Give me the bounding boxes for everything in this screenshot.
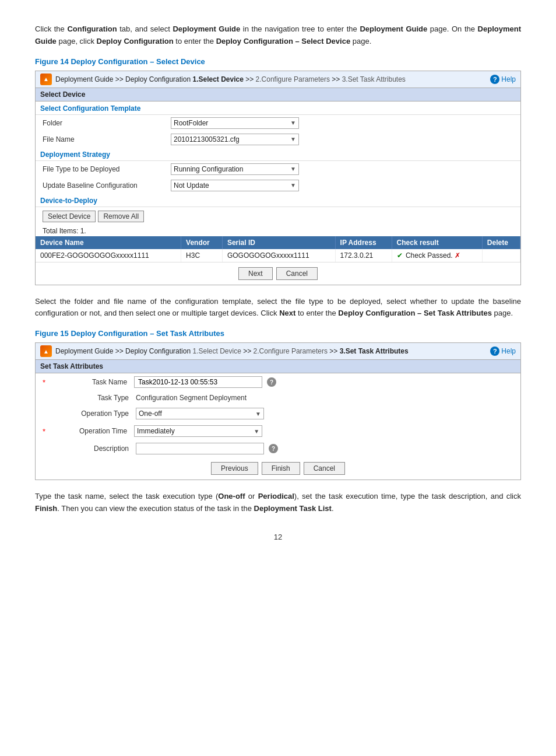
app-logo-icon: ▲ [40, 74, 52, 85]
app-logo-icon2: ▲ [40, 345, 52, 357]
tasktype-row: Task Type Configuration Segment Deployme… [36, 391, 520, 405]
set-task-section: Set Task Attributes [36, 360, 520, 373]
optime-label: Operation Time [50, 427, 132, 435]
required-mark: * [43, 378, 45, 387]
help-icon: ? [490, 75, 499, 84]
device-deploy-section: Device-to-Deploy [36, 194, 520, 207]
periodical-bold: Periodical [258, 492, 294, 501]
next-bold: Next [279, 309, 295, 317]
folder-select[interactable]: RootFolder ▼ [171, 117, 299, 129]
filetype-control: Running Configuration ▼ [171, 163, 299, 175]
checkmark-icon: ✔ [397, 251, 403, 260]
next-button[interactable]: Next [238, 267, 273, 280]
baseline-label: Update Baseline Configuration [43, 181, 171, 190]
config-bold: Configuration [67, 24, 117, 33]
filename-arrow-icon: ▼ [290, 136, 296, 142]
remove-all-button[interactable]: Remove All [98, 211, 144, 222]
table-row: 000FE2-GOGOGOGOGxxxxx1111 H3C GOGOGOGOGx… [36, 249, 520, 262]
cell-check-result: ✔ Check Passed. ✗ [392, 249, 482, 262]
optype-row: Operation Type One-off ▼ [36, 405, 520, 422]
filetype-label: File Type to be Deployed [43, 165, 171, 173]
config-template-section: Select Configuration Template [36, 102, 520, 115]
cell-serial-id: GOGOGOGOGxxxxx1111 [222, 249, 335, 262]
description-help-icon[interactable]: ? [269, 444, 278, 453]
breadcrumb-text2: Deployment Guide >> Deploy Configuration… [55, 347, 409, 355]
col-vendor: Vendor [181, 236, 223, 249]
footer-paragraph: Type the task name, select the task exec… [35, 491, 521, 515]
previous-button[interactable]: Previous [211, 462, 258, 475]
figure15-header: ▲ Deployment Guide >> Deploy Configurati… [36, 343, 520, 360]
filename-row: File Name 20101213005321.cfg ▼ [36, 131, 520, 148]
baseline-arrow-icon: ▼ [290, 182, 296, 188]
folder-arrow-icon: ▼ [290, 120, 296, 126]
deploy-guide-bold2: Deployment Guide [360, 24, 427, 33]
deploy-config-bold: Deploy Configuration [97, 37, 174, 46]
filetype-arrow-icon: ▼ [290, 166, 296, 172]
total-items-label: Total Items: 1. [36, 226, 520, 236]
figure14-header: ▲ Deployment Guide >> Deploy Configurati… [36, 71, 520, 88]
one-off-bold: One-off [218, 492, 245, 501]
folder-control: RootFolder ▼ [171, 117, 299, 129]
optype-select[interactable]: One-off ▼ [136, 408, 264, 419]
cell-ip-address: 172.3.0.21 [335, 249, 392, 262]
folder-label: Folder [43, 119, 171, 127]
col-serial-id: Serial ID [222, 236, 335, 249]
select-device-bold: Deploy Configuration – Select Device [216, 37, 350, 46]
col-delete: Delete [482, 236, 520, 249]
optime-select[interactable]: Immediately ▼ [134, 425, 262, 437]
taskname-help-icon[interactable]: ? [267, 377, 276, 387]
deployment-strategy-section: Deployment Strategy [36, 148, 520, 161]
figure15-ui-box: ▲ Deployment Guide >> Deploy Configurati… [35, 342, 521, 480]
figure14-title: Figure 14 Deploy Configuration – Select … [35, 57, 521, 66]
figure14-breadcrumb: ▲ Deployment Guide >> Deploy Configurati… [40, 74, 406, 85]
help-icon2: ? [490, 346, 499, 356]
intro-paragraph: Click the Configuration tab, and select … [35, 23, 521, 48]
description-label: Description [52, 444, 133, 453]
breadcrumb-text: Deployment Guide >> Deploy Configuration… [55, 75, 406, 83]
col-ip-address: IP Address [335, 236, 392, 249]
optype-label: Operation Type [52, 410, 133, 418]
baseline-row: Update Baseline Configuration Not Update… [36, 177, 520, 194]
baseline-select[interactable]: Not Update ▼ [171, 180, 299, 191]
figure15-title: Figure 15 Deploy Configuration – Set Tas… [35, 329, 521, 338]
x-mark-icon[interactable]: ✗ [455, 251, 460, 260]
cancel-button2[interactable]: Cancel [304, 462, 345, 475]
folder-row: Folder RootFolder ▼ [36, 115, 520, 131]
tasktype-label: Task Type [52, 394, 133, 402]
description-input[interactable] [136, 443, 264, 454]
set-task-bold: Deploy Configuration – Set Task Attribut… [338, 309, 492, 317]
optime-arrow-icon: ▼ [254, 428, 259, 435]
deployment-list-bold: Deployment Task List [254, 504, 332, 513]
figure14-btn-actions: Next Cancel [36, 262, 520, 285]
description-row: Description ? [36, 440, 520, 457]
filetype-select[interactable]: Running Configuration ▼ [171, 163, 299, 175]
select-device-section: Select Device [36, 88, 520, 102]
cell-vendor: H3C [181, 249, 223, 262]
filename-control: 20101213005321.cfg ▼ [171, 134, 299, 145]
figure15-help-link[interactable]: ? Help [490, 346, 516, 356]
figure15-btn-actions: Previous Finish Cancel [36, 457, 520, 480]
page-number: 12 [35, 533, 521, 541]
device-actions-bar: Select Device Remove All [36, 207, 520, 226]
col-check-result: Check result [392, 236, 482, 249]
figure14-ui-box: ▲ Deployment Guide >> Deploy Configurati… [35, 71, 521, 285]
select-device-button[interactable]: Select Device [43, 211, 96, 222]
cancel-button[interactable]: Cancel [276, 267, 318, 280]
figure14-help-link[interactable]: ? Help [490, 75, 516, 84]
figure15-breadcrumb: ▲ Deployment Guide >> Deploy Configurati… [40, 345, 409, 357]
filename-select[interactable]: 20101213005321.cfg ▼ [171, 134, 299, 145]
taskname-input[interactable] [134, 376, 262, 388]
optime-row: * Operation Time Immediately ▼ [36, 422, 520, 440]
middle-paragraph: Select the folder and file name of the c… [35, 296, 521, 320]
baseline-control: Not Update ▼ [171, 180, 299, 191]
cell-delete [482, 249, 520, 262]
device-table: Device Name Vendor Serial ID IP Address … [36, 236, 520, 262]
tasktype-value: Configuration Segment Deployment [136, 394, 247, 402]
col-device-name: Device Name [36, 236, 181, 249]
optype-arrow-icon: ▼ [255, 411, 261, 417]
finish-bold: Finish [35, 504, 57, 513]
finish-button[interactable]: Finish [262, 462, 300, 475]
cell-device-name: 000FE2-GOGOGOGOGxxxxx1111 [36, 249, 181, 262]
required-mark2: * [43, 427, 45, 436]
deploy-guide-bold: Deployment Guide [173, 24, 240, 33]
